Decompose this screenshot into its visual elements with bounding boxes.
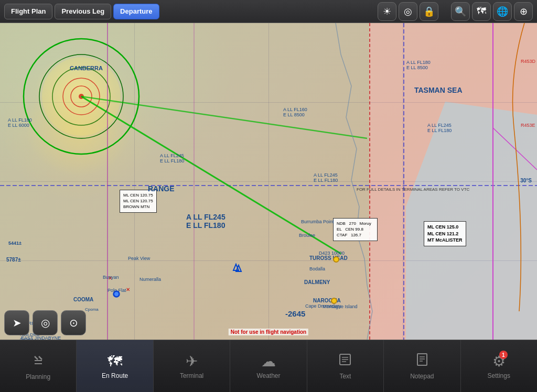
top-navigation-bar: Flight Plan Previous Leg Departure ☀ ◎ 🔒… bbox=[0, 0, 537, 23]
waypoint-tuross bbox=[333, 256, 339, 263]
tab-settings[interactable]: ⚙ 1 Settings bbox=[461, 340, 537, 392]
text-label: Text bbox=[339, 373, 351, 380]
tab-enroute[interactable]: 🗺 En Route bbox=[77, 340, 153, 392]
compass-button[interactable]: ◎ bbox=[33, 310, 58, 335]
left-toolbar: ➤ ◎ ⊙ bbox=[4, 310, 86, 335]
enroute-label: En Route bbox=[102, 372, 128, 379]
warning-label: Not for use in flight navigation bbox=[229, 329, 308, 335]
svg-line-22 bbox=[35, 356, 38, 360]
svg-line-23 bbox=[39, 356, 42, 360]
camera-button[interactable]: ⊙ bbox=[61, 310, 86, 335]
settings-icon-wrapper: ⚙ 1 bbox=[492, 353, 506, 370]
settings-badge: 1 bbox=[499, 351, 508, 359]
tab-text[interactable]: Text bbox=[307, 340, 384, 392]
notepad-icon bbox=[415, 352, 429, 371]
svg-rect-30 bbox=[417, 354, 427, 365]
waypoint-cooma bbox=[113, 291, 120, 297]
weather-label: Weather bbox=[256, 372, 280, 379]
terminal-icon: ✈ bbox=[186, 353, 198, 370]
grid-line bbox=[134, 23, 135, 340]
search-button[interactable]: 🔍 bbox=[451, 2, 470, 21]
globe-button[interactable]: 🌐 bbox=[493, 2, 512, 21]
bottom-tab-bar: Planning 🗺 En Route ✈ Terminal ☁ Weather… bbox=[0, 340, 537, 392]
settings-label: Settings bbox=[488, 372, 510, 379]
navaid-info-box: NDB 270 Moruy EL CEN 99.8 CTAF 126.7 bbox=[333, 218, 378, 241]
navigate-button[interactable]: ➤ bbox=[4, 310, 29, 335]
map-button[interactable]: 🗺 bbox=[472, 2, 491, 21]
planning-icon bbox=[30, 352, 46, 371]
enroute-icon: 🗺 bbox=[108, 353, 122, 370]
notepad-label: Notepad bbox=[410, 373, 434, 380]
brightness-button[interactable]: ☀ bbox=[378, 2, 396, 21]
brown-mtn-box: ML CEN 120.75ML CEN 120.75BROWN MTN bbox=[120, 190, 157, 213]
mcalister-box: ML CEN 125.0ML CEN 121.2MT McALISTER bbox=[424, 221, 466, 246]
tab-planning[interactable]: Planning bbox=[0, 340, 77, 392]
map-area[interactable]: ✕ ✕ TASMAN SEA A LL FL180E LL 6000 A LL … bbox=[0, 23, 537, 340]
text-icon bbox=[338, 352, 352, 371]
lifesaver-button[interactable]: ◎ bbox=[399, 2, 417, 21]
target-button[interactable]: ⊕ bbox=[514, 2, 533, 21]
previous-leg-button[interactable]: Previous Leg bbox=[55, 4, 111, 19]
waypoint-narooma bbox=[331, 298, 337, 304]
grid-line bbox=[268, 23, 269, 340]
tab-notepad[interactable]: Notepad bbox=[384, 340, 460, 392]
tab-weather[interactable]: ☁ Weather bbox=[230, 340, 307, 392]
grid-line bbox=[403, 23, 403, 340]
tab-terminal[interactable]: ✈ Terminal bbox=[154, 340, 230, 392]
weather-icon: ☁ bbox=[261, 353, 276, 370]
terminal-label: Terminal bbox=[180, 372, 203, 379]
lock-button[interactable]: 🔒 bbox=[420, 2, 438, 21]
planning-label: Planning bbox=[26, 373, 50, 380]
departure-button[interactable]: Departure bbox=[113, 4, 159, 19]
flight-plan-button[interactable]: Flight Plan bbox=[4, 4, 52, 19]
